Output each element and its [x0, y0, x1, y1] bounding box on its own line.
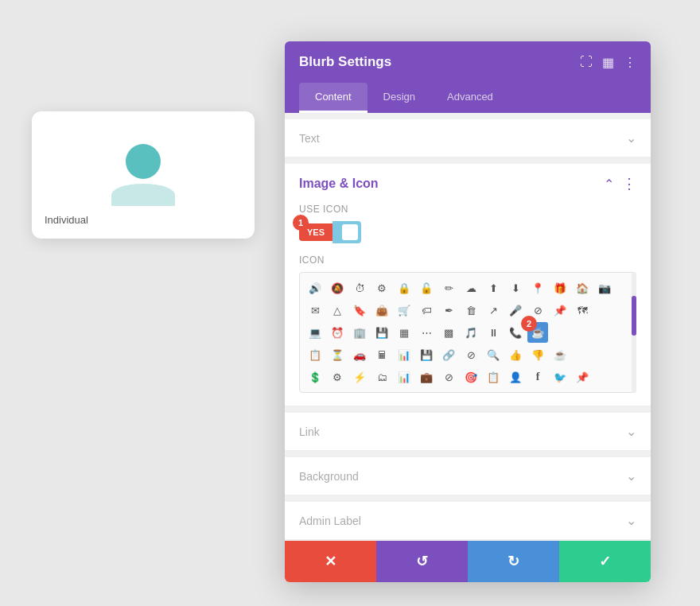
icon-grid-label: Icon: [299, 254, 636, 266]
modal-header: Blurb Settings ⛶ ▦ ⋮: [285, 41, 651, 83]
icon-cell[interactable]: ⬇: [505, 278, 526, 298]
icon-cell[interactable]: 📊: [394, 344, 414, 365]
icon-cell[interactable]: ⋯: [416, 322, 437, 343]
icon-cell[interactable]: 🛒: [394, 300, 414, 320]
icon-cell[interactable]: 📋: [305, 344, 325, 365]
icon-cell[interactable]: 🏢: [349, 322, 370, 343]
avatar-body: [111, 184, 175, 206]
icon-cell[interactable]: ⚙: [327, 367, 348, 387]
screen-icon[interactable]: ⛶: [580, 55, 593, 69]
icon-cell[interactable]: 🔖: [349, 300, 370, 320]
icon-grid: 🔊 🔕 ⏱ ⚙ 🔒 🔓 ✏ ☁ ⬆ ⬇ 📍 🎁 🏠 📷: [299, 272, 636, 393]
icon-cell[interactable]: 👍: [505, 344, 526, 365]
toggle-knob: [342, 224, 358, 240]
link-chevron-icon: ⌄: [626, 424, 636, 439]
link-section[interactable]: Link ⌄: [285, 413, 651, 451]
icon-cell[interactable]: ⏰: [327, 322, 348, 343]
icon-grid-wrap: 🔊 🔕 ⏱ ⚙ 🔒 🔓 ✏ ☁ ⬆ ⬇ 📍 🎁 🏠 📷: [299, 272, 636, 393]
icon-cell[interactable]: 🗑: [461, 300, 481, 320]
undo-button[interactable]: ↺: [376, 541, 468, 582]
icon-cell[interactable]: 🖩: [371, 344, 392, 365]
icon-cell[interactable]: 🎁: [550, 278, 570, 298]
redo-button[interactable]: ↻: [468, 541, 559, 582]
icon-cell[interactable]: 🔓: [416, 278, 437, 298]
spacer-5: [285, 495, 651, 502]
toggle-badge-wrap: 1 YES: [299, 221, 361, 243]
text-section[interactable]: Text ⌄: [285, 119, 651, 157]
icon-cell[interactable]: ⏱: [349, 278, 370, 298]
text-section-label: Text: [299, 132, 320, 145]
icon-cell[interactable]: ⊘: [461, 344, 481, 365]
header-icons: ⛶ ▦ ⋮: [580, 55, 636, 70]
more-icon[interactable]: ⋮: [624, 55, 636, 70]
icon-cell[interactable]: ⬆: [483, 278, 504, 298]
image-icon-menu-icon[interactable]: ⋮: [622, 175, 636, 192]
icon-cell[interactable]: 🎵: [461, 322, 481, 343]
icon-cell[interactable]: ✒: [438, 300, 459, 320]
cancel-button[interactable]: ✕: [285, 541, 376, 582]
icon-cell[interactable]: △: [327, 300, 348, 320]
icon-cell[interactable]: 💾: [371, 322, 392, 343]
icon-cell[interactable]: 🔍: [483, 344, 504, 365]
icon-cell[interactable]: ⊘: [438, 367, 459, 387]
icon-cell[interactable]: ▦: [394, 322, 414, 343]
icon-cell[interactable]: 📌: [550, 300, 570, 320]
admin-label-section[interactable]: Admin Label ⌄: [285, 502, 651, 540]
background-section[interactable]: Background ⌄: [285, 457, 651, 495]
tab-content[interactable]: Content: [299, 83, 368, 113]
icon-cell-selected[interactable]: 2 ☕: [527, 322, 548, 343]
icon-cell[interactable]: ▩: [438, 322, 459, 343]
icon-cell[interactable]: 👜: [371, 300, 392, 320]
icon-cell[interactable]: 👤: [505, 367, 526, 387]
icon-cell[interactable]: 🏷: [416, 300, 437, 320]
background-section-label: Background: [299, 470, 359, 483]
avatar: [126, 144, 161, 179]
tab-design[interactable]: Design: [368, 83, 431, 113]
icon-cell[interactable]: ⚙: [371, 278, 392, 298]
toggle-slide[interactable]: [332, 221, 361, 243]
icon-cell[interactable]: 📷: [594, 278, 615, 298]
tab-advanced[interactable]: Advanced: [431, 83, 509, 113]
icon-cell[interactable]: 💲: [305, 367, 325, 387]
content-spacer: [285, 113, 651, 119]
icon-cell[interactable]: 📌: [572, 367, 593, 387]
icon-cell[interactable]: 💼: [416, 367, 437, 387]
icon-cell[interactable]: ⏸: [483, 322, 504, 343]
icon-cell[interactable]: ☁: [461, 278, 481, 298]
icon-cell[interactable]: 🐦: [550, 367, 570, 387]
icon-cell[interactable]: 🔕: [327, 278, 348, 298]
icon-cell[interactable]: ⚡: [349, 367, 370, 387]
icon-cell[interactable]: 📊: [394, 367, 414, 387]
image-icon-section: Image & Icon ⌃ ⋮ Use Icon 1 YES: [285, 164, 651, 406]
icon-cell[interactable]: 📋: [483, 367, 504, 387]
icon-cell[interactable]: 🔊: [305, 278, 325, 298]
icon-cell[interactable]: ☕: [550, 344, 570, 365]
icon-cell[interactable]: 🗺: [572, 300, 593, 320]
icon-cell[interactable]: 🚗: [349, 344, 370, 365]
icon-cell[interactable]: ✏: [438, 278, 459, 298]
spacer-3: [285, 406, 651, 413]
layout-icon[interactable]: ▦: [602, 55, 614, 70]
icon-cell[interactable]: 🔒: [394, 278, 414, 298]
icon-grid-scrollbar: [632, 272, 636, 393]
icon-cell[interactable]: 👎: [527, 344, 548, 365]
text-chevron-icon: ⌄: [626, 130, 636, 146]
icon-cell[interactable]: ⏳: [327, 344, 348, 365]
icon-cell[interactable]: ↗: [483, 300, 504, 320]
icon-cell[interactable]: 🏠: [572, 278, 593, 298]
save-button[interactable]: ✓: [559, 541, 651, 582]
icon-cell[interactable]: 💻: [305, 322, 325, 343]
icon-cell[interactable]: 🔗: [438, 344, 459, 365]
link-section-label: Link: [299, 425, 320, 438]
icon-cell[interactable]: 🗂: [371, 367, 392, 387]
badge-2: 2: [521, 316, 537, 332]
icon-cell[interactable]: 📍: [527, 278, 548, 298]
icon-cell[interactable]: 🎯: [461, 367, 481, 387]
card-label: Individual: [45, 214, 88, 226]
image-icon-header[interactable]: Image & Icon ⌃ ⋮: [285, 164, 651, 204]
icon-cell[interactable]: ✉: [305, 300, 325, 320]
modal-footer: ✕ ↺ ↻ ✓: [285, 541, 651, 582]
admin-label-chevron-icon: ⌄: [626, 513, 636, 528]
icon-cell[interactable]: 💾: [416, 344, 437, 365]
icon-cell[interactable]: f: [527, 367, 548, 387]
